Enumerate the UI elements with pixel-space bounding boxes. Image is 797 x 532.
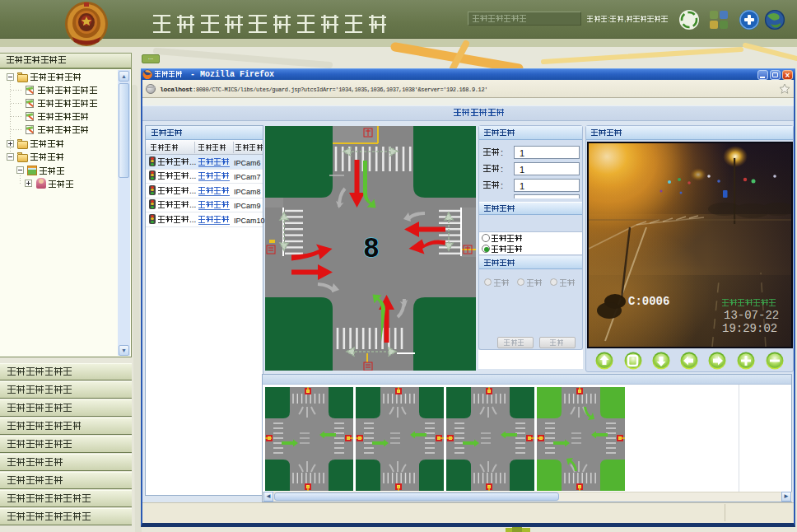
svg-text:8: 8 [364,232,379,263]
svg-text:13-07-22: 13-07-22 [724,309,779,322]
svg-text:19:29:02: 19:29:02 [722,322,777,335]
svg-text:C:0006: C:0006 [628,295,669,308]
